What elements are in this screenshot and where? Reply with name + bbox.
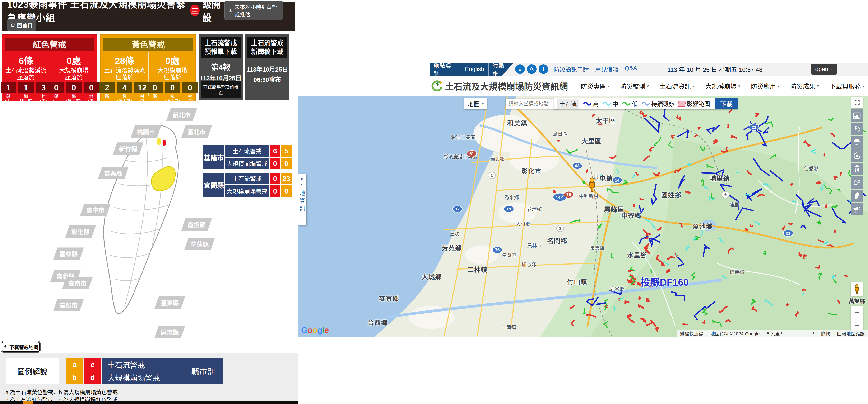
county-label[interactable]: 桃園市 (131, 125, 161, 138)
menu-results[interactable]: 防災成果∨ (790, 81, 819, 91)
menu-debris-info[interactable]: 土石流資訊∨ (660, 81, 695, 91)
street-view-pegman-button[interactable] (851, 282, 863, 296)
fullscreen-button[interactable] (851, 97, 863, 108)
keyboard-shortcuts-link[interactable]: 鍵盤快速鍵 (680, 330, 703, 337)
report-map-error-link[interactable]: 回報地圖錯誤 (837, 330, 865, 337)
feedback-link[interactable]: 意見信箱 (595, 65, 618, 73)
red-stream-desc2: 座落於 (2, 74, 50, 80)
taiwan-alert-map: 新北市桃園市臺北市新竹縣苗栗縣臺中市彰化縣南投縣雲林縣花蓮縣嘉義縣臺南市高雄市臺… (0, 102, 298, 346)
county-label[interactable]: 臺南市 (62, 277, 93, 290)
search-icon[interactable] (527, 64, 536, 74)
yellow-collapse-desc2: 座落於 (149, 74, 196, 80)
wave-icon (641, 101, 650, 107)
county-label[interactable]: 高雄市 (53, 299, 84, 311)
history-forecast-button[interactable]: 前往歷年警戒預報單 (200, 81, 241, 98)
sitemap-link[interactable]: 網站導覽 (430, 61, 461, 77)
forecast-24h-button[interactable]: 未來24小時紅黃警戒推估 (224, 1, 283, 20)
red-stream-desc: 土石流潛勢溪流 (2, 67, 50, 74)
alert-type-cell[interactable]: 大規模崩塌警戒 (225, 185, 269, 197)
english-link[interactable]: English (461, 66, 489, 72)
menu-icon[interactable] (515, 64, 525, 74)
yellow-count-cell[interactable]: 0 (281, 158, 291, 169)
road-shield: 61 (467, 150, 477, 157)
rain-gauge-layer-icon[interactable] (851, 163, 863, 175)
mobile-site-link[interactable]: 行動網 (489, 61, 514, 77)
home-button[interactable]: 回首頁 (7, 19, 36, 31)
map-place-label: 埔里鎮 (710, 173, 730, 182)
pegman-marker[interactable] (587, 177, 597, 193)
county-label[interactable]: 臺東縣 (154, 296, 185, 309)
site-logo-text[interactable]: 土石流及大規模崩塌防災資訊網 (445, 79, 568, 92)
map-search-input[interactable] (505, 99, 559, 109)
chevron-down-icon: ∨ (862, 84, 865, 88)
county-label[interactable]: 新北市 (166, 108, 197, 121)
map-place-label: 和美鎮 (507, 118, 527, 127)
red-count-cell[interactable]: 0 (270, 185, 280, 197)
menu-downloads[interactable]: 下載與服務∨ (830, 81, 865, 91)
forecast-date: 113年10月25日 (198, 74, 243, 82)
red-collapse-desc2: 座落於 (50, 74, 97, 80)
yellow-count-cell[interactable]: 0 (281, 185, 291, 197)
download-alert-map-button[interactable]: 下載警戒地圖 (2, 342, 40, 352)
press-download-title[interactable]: 土石流警戒新聞稿下載 (247, 37, 287, 58)
county-label[interactable]: 花蓮縣 (184, 238, 215, 250)
terms-link[interactable]: 條款 (821, 330, 830, 337)
county-label[interactable]: 苗栗縣 (98, 167, 128, 179)
road-shield: 14 (612, 177, 622, 184)
yellow-count-cell[interactable]: 5 (281, 145, 291, 157)
google-logo[interactable]: Google (301, 326, 329, 335)
county-cell[interactable]: 宜蘭縣 (204, 173, 224, 197)
typhoon-layer-icon[interactable] (851, 149, 863, 162)
map-place-label: 秀水鄉 (504, 194, 519, 201)
map-type-button[interactable]: 地圖 ▾ (464, 98, 487, 109)
red-count-cell[interactable]: 0 (270, 173, 280, 184)
county-label[interactable]: 雲林縣 (53, 247, 84, 260)
county-cell[interactable]: 基隆市 (204, 145, 224, 169)
alert-type-cell[interactable]: 土石流警戒 (225, 173, 269, 184)
county-label[interactable]: 新竹縣 (113, 142, 144, 155)
red-alert-card: 紅色警戒 6條 土石流潛勢溪流 座落於 1 縣(市) 1 鄉(鎮市區) 3 村(… (2, 34, 97, 101)
menu-disaster-zone[interactable]: 防災專區∨ (581, 81, 610, 91)
menu-applications[interactable]: 防災應用∨ (751, 81, 780, 91)
taiwan-layer-icon[interactable] (851, 190, 863, 202)
home-icon (11, 23, 15, 27)
gis-map[interactable]: 彰濱工業區彰濱鹿港工業區和美鎮太平區大里區烏日區彰化市福興鄉秀水鄉花壇鄉芬園鄉草… (298, 96, 868, 337)
road-shield: 1 (488, 172, 496, 179)
map-download-button[interactable]: 下載 (715, 98, 738, 109)
road-shield: 3 (556, 225, 564, 232)
forecast-download-title[interactable]: 土石流警戒預報單下載 (200, 37, 241, 58)
alert-type-cell[interactable]: 大規模崩塌警戒 (225, 158, 269, 169)
local-info-tab[interactable]: » 在地資訊 (298, 174, 306, 225)
map-place-label: 王功 (450, 230, 459, 237)
rainfall-layer-icon[interactable] (851, 136, 863, 149)
yellow-stream-half: 28條 土石流潛勢溪流 座落於 2 縣(市) 4 鄉(鎮市區) 12 村(里) (101, 52, 148, 97)
qa-link[interactable]: Q&A (625, 65, 637, 73)
county-label[interactable]: 屏東縣 (154, 326, 185, 338)
download-icon (3, 344, 8, 349)
county-label[interactable]: 南投縣 (181, 218, 212, 231)
landslide-layer-icon[interactable] (851, 109, 863, 122)
red-count-cell[interactable]: 0 (270, 158, 280, 169)
menu-monitoring[interactable]: 防災監測∨ (620, 81, 649, 91)
evacuation-layer-icon[interactable] (851, 123, 863, 135)
county-label[interactable]: 彰化縣 (65, 226, 96, 238)
wave-icon (622, 101, 631, 107)
shelter-layer-icon[interactable] (851, 176, 863, 189)
county-label[interactable]: 臺中市 (80, 204, 111, 216)
menu-large-collapse[interactable]: 大規模崩塌∨ (705, 81, 740, 91)
red-count-cell[interactable]: 6 (270, 145, 280, 157)
map-place-label: 埔心鄉 (522, 261, 536, 268)
zoom-in-button[interactable]: + (851, 306, 863, 319)
road-shield: 21 (783, 230, 793, 237)
yellow-count-cell[interactable]: 23 (281, 173, 291, 184)
site-logo-icon[interactable] (431, 80, 443, 92)
county-label[interactable]: 臺北市 (181, 125, 212, 138)
sms-apply-link[interactable]: 防災簡訊申請 (554, 65, 589, 73)
yellow-collapse-desc: 大規模崩塌 (149, 67, 196, 74)
legend-row-debris: 土石流警戒 (102, 359, 188, 371)
alert-type-cell[interactable]: 土石流警戒 (225, 145, 269, 157)
cctv-layer-icon[interactable] (851, 203, 863, 215)
open-dropdown-button[interactable]: open ∨ (811, 64, 837, 74)
map-place-label: 員林市 (527, 242, 542, 249)
facebook-icon[interactable]: f (538, 64, 548, 74)
